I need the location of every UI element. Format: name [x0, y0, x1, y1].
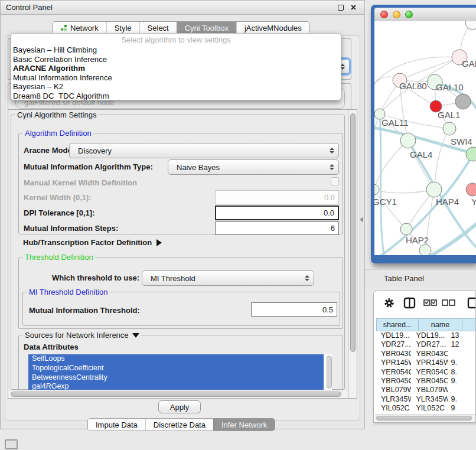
- export-table-icon[interactable]: [467, 297, 476, 309]
- network-node[interactable]: [443, 122, 456, 135]
- close-traffic-icon[interactable]: [380, 11, 388, 18]
- table-row-8[interactable]: YIL052CYIL052C9: [376, 404, 476, 413]
- zoom-traffic-icon[interactable]: [405, 11, 413, 18]
- mi-steps-field[interactable]: 6: [215, 221, 339, 235]
- tab-label: Network: [70, 24, 99, 32]
- node-label-gal11: GAL11: [382, 118, 409, 128]
- list-scrollbar-thumb[interactable]: [327, 356, 332, 389]
- network-view-window: GALGAL80GAL10GAL1GAL11SWI4GAL4GCY1HAP4YH…: [371, 5, 476, 263]
- table-cell: YBR043C: [376, 350, 411, 358]
- collapse-arrow-icon: [132, 333, 139, 338]
- minimize-traffic-icon[interactable]: [393, 11, 400, 18]
- table-hscrollbar-track[interactable]: [375, 414, 475, 422]
- tab-style[interactable]: Style: [106, 22, 139, 34]
- dpi-tolerance-field[interactable]: 0.0: [215, 206, 339, 220]
- algorithm-option-dream8-dc-tdc-algorithm[interactable]: Dream8 DC_TDC Algorithm: [11, 92, 341, 101]
- panel-title: Control Panel: [1, 3, 338, 12]
- columns-icon[interactable]: [403, 297, 416, 309]
- attribute-item-selfloops[interactable]: SelfLoops: [28, 354, 324, 364]
- table-body: YDL19...YDL19...13YDR27...YDR27...12YBR0…: [376, 331, 476, 413]
- sources-title: Sources for Network Inference: [25, 331, 129, 340]
- kernel-width-field[interactable]: 0.0: [215, 190, 339, 204]
- algorithm-option-basic-correlation-inference[interactable]: Basic Correlation Inference: [11, 55, 341, 64]
- attribute-item-betweennesscentrality[interactable]: BetweennessCentrality: [28, 373, 324, 383]
- mi-threshold-field[interactable]: 0.5: [251, 302, 337, 317]
- network-node[interactable]: [374, 184, 379, 195]
- tab-label: Select: [148, 24, 169, 32]
- network-node[interactable]: [400, 223, 412, 235]
- dropdown-items: Bayesian – Hill ClimbingBasic Correlatio…: [11, 45, 341, 100]
- column-header-a[interactable]: A: [462, 318, 476, 331]
- split-pane-handle[interactable]: [360, 217, 363, 223]
- deselect-all-icon[interactable]: [442, 299, 456, 306]
- select-all-icon[interactable]: [423, 299, 438, 306]
- algorithm-option-bayesian-hill-climbing[interactable]: Bayesian – Hill Climbing: [11, 45, 341, 55]
- network-window-titlebar[interactable]: [374, 8, 476, 21]
- horizontal-scrollbar-thumb[interactable]: [11, 392, 341, 397]
- tab-jactivemnodules[interactable]: jActiveMNodules: [236, 22, 309, 34]
- network-node[interactable]: [426, 182, 442, 197]
- expand-arrow-icon: [157, 239, 162, 246]
- mi-type-value: Naive Bayes: [177, 163, 220, 172]
- network-node[interactable]: [466, 147, 476, 161]
- algorithm-option-bayesian-k2[interactable]: Bayesian – K2: [11, 82, 341, 92]
- column-header-shared[interactable]: shared...: [376, 318, 419, 331]
- data-attributes-list[interactable]: SelfLoopsTopologicalCoefficientBetweenne…: [28, 354, 332, 391]
- aracne-mode-combo[interactable]: Discovery: [69, 143, 339, 158]
- table-row-5[interactable]: YBR045CYBR045C9.: [376, 377, 476, 386]
- tab-cyni-toolbox[interactable]: Cyni Toolbox: [177, 22, 236, 34]
- network-node[interactable]: [400, 133, 416, 148]
- which-threshold-label: Which threshold to use:: [52, 273, 139, 282]
- tab-infer-network[interactable]: Infer Network: [213, 419, 275, 431]
- hub-definition-expander[interactable]: Hub/Transcription Factor Definition: [23, 238, 162, 247]
- column-header-name[interactable]: name: [419, 318, 462, 331]
- cyni-settings-title: Cyni Algorithm Settings: [15, 110, 98, 119]
- mi-type-combo[interactable]: Naive Bayes: [168, 159, 339, 175]
- tab-discretize-data[interactable]: Discretize Data: [145, 419, 213, 431]
- network-node[interactable]: [465, 21, 476, 30]
- table-panel-window: shared...nameA YDL19...YDL19...13YDR27..…: [373, 291, 476, 423]
- tab-network[interactable]: Network: [53, 22, 106, 34]
- table-row-1[interactable]: YDR27...YDR27...12: [376, 340, 476, 349]
- table-row-4[interactable]: YER054CYER054C8.: [376, 368, 476, 377]
- network-node[interactable]: [419, 244, 431, 255]
- table-hscrollbar-thumb[interactable]: [376, 416, 472, 420]
- horizontal-scrollbar-track[interactable]: [8, 390, 348, 398]
- table-row-0[interactable]: YDL19...YDL19...13: [376, 331, 476, 340]
- algorithm-option-aracne-algorithm[interactable]: ARACNE Algorithm: [11, 64, 341, 73]
- table-toolbar: [374, 296, 475, 312]
- table-row-6[interactable]: YBL079WYBL079W: [376, 386, 476, 394]
- tab-select[interactable]: Select: [139, 22, 177, 34]
- table-cell: [448, 350, 476, 358]
- network-node[interactable]: [466, 183, 476, 196]
- network-canvas[interactable]: GALGAL80GAL10GAL1GAL11SWI4GAL4GCY1HAP4YH…: [374, 21, 476, 255]
- threshold-definition-title: Threshold Definition: [23, 253, 95, 262]
- float-icon[interactable]: [338, 5, 344, 11]
- sources-title-row[interactable]: Sources for Network Inference: [23, 331, 141, 340]
- network-node[interactable]: [455, 94, 471, 109]
- algorithm-option-mutual-information-inference[interactable]: Mutual Information Inference: [11, 73, 341, 83]
- manual-kernel-checkbox[interactable]: [331, 177, 339, 185]
- which-threshold-combo[interactable]: MI Threshold: [142, 270, 314, 286]
- gear-icon[interactable]: [383, 297, 395, 309]
- network-icon: [60, 24, 67, 31]
- mi-threshold-group: MI Threshold Definition Mutual Informati…: [22, 292, 340, 326]
- table-row-7[interactable]: YLR345WYLR345W9.: [376, 395, 476, 404]
- bottom-tabs: Impute DataDiscretize DataInfer Network: [87, 418, 275, 431]
- tab-impute-data[interactable]: Impute Data: [88, 419, 145, 431]
- attribute-item-topologicalcoefficient[interactable]: TopologicalCoefficient: [28, 364, 324, 373]
- cyni-settings-group: Cyni Algorithm Settings Algorithm Defini…: [11, 115, 345, 390]
- node-label-gal10: GAL10: [436, 82, 464, 92]
- table-row-2[interactable]: YBR043CYBR043C: [376, 350, 476, 358]
- table-row-3[interactable]: YPR145WYPR145W9.: [376, 358, 476, 367]
- close-icon[interactable]: ×: [351, 5, 356, 11]
- aracne-mode-value: Discovery: [78, 146, 112, 155]
- vertical-scrollbar-thumb[interactable]: [350, 113, 356, 352]
- combo-stepper-icon: [330, 148, 334, 154]
- table-cell: 13: [448, 331, 476, 340]
- vertical-scrollbar-track[interactable]: [348, 110, 357, 398]
- apply-button[interactable]: Apply: [158, 400, 201, 413]
- table-cell: YIL052C: [376, 404, 411, 413]
- tab-label: Cyni Toolbox: [185, 24, 229, 32]
- docked-panel-icon[interactable]: [5, 439, 18, 449]
